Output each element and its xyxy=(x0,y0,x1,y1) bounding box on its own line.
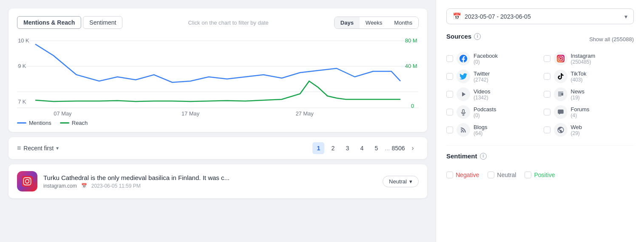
source-name-news: News xyxy=(571,88,585,95)
forums-icon-wrap xyxy=(554,105,567,119)
period-days[interactable]: Days xyxy=(335,17,360,28)
sentiment-checkbox-positive[interactable] xyxy=(525,172,531,178)
source-info-twitter: Twitter (2742) xyxy=(474,70,490,83)
videos-icon xyxy=(460,90,467,98)
twitter-icon-wrap xyxy=(457,70,470,83)
source-count-web: (29) xyxy=(571,130,582,136)
page-1[interactable]: 1 xyxy=(312,142,324,154)
source-item-news: News (19) xyxy=(544,87,634,101)
chart-header: Mentions & Reach Sentiment Click on the … xyxy=(17,16,419,29)
show-all-link[interactable]: Show all (255088) xyxy=(589,36,634,42)
tiktok-icon xyxy=(557,73,565,80)
source-info-blogs: Blogs (64) xyxy=(474,124,488,136)
source-count-instagram: (250485) xyxy=(571,59,596,65)
source-checkbox-blogs[interactable] xyxy=(446,127,453,133)
source-checkbox-videos[interactable] xyxy=(446,91,453,98)
sentiment-info-icon[interactable]: i xyxy=(480,153,487,160)
source-item-blogs: Blogs (64) xyxy=(446,123,537,137)
sentiment-checkbox-neutral[interactable] xyxy=(488,172,494,178)
twitter-icon xyxy=(460,73,467,80)
tab-group: Mentions & Reach Sentiment xyxy=(17,16,122,29)
legend-reach: Reach xyxy=(60,120,88,126)
chart-svg: 10 K 9 K 7 K 80 M 40 M 0 07 May 17 May 2… xyxy=(17,32,419,117)
source-name-instagram: Instagram xyxy=(571,53,596,59)
source-info-forums: Forums (4) xyxy=(571,106,590,118)
post-meta: instagram.com 📅 2023-06-05 11:59 PM xyxy=(43,183,377,189)
facebook-icon xyxy=(460,55,467,62)
source-checkbox-forums[interactable] xyxy=(544,109,550,115)
source-name-podcasts: Podcasts xyxy=(474,106,496,113)
podcasts-icon-wrap xyxy=(457,105,470,119)
tab-sentiment[interactable]: Sentiment xyxy=(83,16,122,29)
blogs-icon-wrap xyxy=(457,123,470,137)
sort-button[interactable]: ≡ Recent first ▾ xyxy=(17,144,59,152)
source-checkbox-twitter[interactable] xyxy=(446,73,453,80)
source-name-blogs: Blogs xyxy=(474,124,488,130)
web-icon-wrap xyxy=(554,123,567,137)
tab-mentions[interactable]: Mentions & Reach xyxy=(17,16,81,29)
period-group: Days Weeks Months xyxy=(334,17,419,29)
sentiment-title-text: Sentiment xyxy=(446,152,477,160)
source-name-videos: Videos xyxy=(474,88,491,95)
page-2[interactable]: 2 xyxy=(327,142,339,154)
source-item-forums: Forums (4) xyxy=(544,105,634,119)
date-picker[interactable]: 📅 2023-05-07 - 2023-06-05 ▾ xyxy=(446,8,634,24)
date-picker-chevron-icon: ▾ xyxy=(624,13,627,20)
period-weeks[interactable]: Weeks xyxy=(360,17,389,28)
period-months[interactable]: Months xyxy=(388,17,418,28)
sentiment-section: Sentiment i Negative Neutral Positive xyxy=(446,152,634,178)
source-name-web: Web xyxy=(571,124,582,130)
source-count-blogs: (64) xyxy=(474,130,488,136)
source-checkbox-podcasts[interactable] xyxy=(446,109,453,115)
tiktok-icon-wrap xyxy=(554,70,567,83)
instagram-icon xyxy=(557,55,565,62)
sentiment-row: Negative Neutral Positive xyxy=(446,172,634,178)
source-name-forums: Forums xyxy=(571,106,590,113)
svg-text:07 May: 07 May xyxy=(54,111,72,116)
sentiment-badge-label: Neutral xyxy=(389,178,407,185)
sentiment-label-neutral: Neutral xyxy=(497,172,516,178)
page-dots: ... xyxy=(385,145,390,152)
news-icon xyxy=(557,90,565,98)
mentions-line-indicator xyxy=(17,122,26,124)
calendar-picker-icon: 📅 xyxy=(453,12,461,20)
page-5[interactable]: 5 xyxy=(370,142,382,154)
svg-point-20 xyxy=(562,56,563,57)
source-count-twitter: (2742) xyxy=(474,77,490,83)
source-item-web: Web (29) xyxy=(544,123,634,137)
chart-hint: Click on the chart to filter by date xyxy=(122,20,334,26)
source-count-forums: (4) xyxy=(571,113,590,118)
post-date: 2023-06-05 11:59 PM xyxy=(91,183,141,189)
next-page-button[interactable]: › xyxy=(407,142,419,154)
legend-mentions-label: Mentions xyxy=(29,120,51,126)
source-checkbox-web[interactable] xyxy=(544,127,550,133)
source-count-facebook: (0) xyxy=(474,59,498,65)
sentiment-badge-button[interactable]: Neutral ▾ xyxy=(383,176,419,187)
source-checkbox-instagram[interactable] xyxy=(544,55,550,62)
source-checkbox-news[interactable] xyxy=(544,91,550,98)
instagram-icon-wrap xyxy=(554,52,567,65)
source-count-tiktok: (403) xyxy=(571,77,587,83)
chart-card: Mentions & Reach Sentiment Click on the … xyxy=(9,8,427,132)
sources-info-icon[interactable]: i xyxy=(474,33,481,40)
source-item-instagram: Instagram (250485) xyxy=(544,52,634,65)
sentiment-item-positive: Positive xyxy=(525,172,555,178)
chart-legend: Mentions Reach xyxy=(17,120,419,126)
post-title: Turku Cathedral is the only medieval bas… xyxy=(43,174,377,181)
page-last[interactable]: 8506 xyxy=(392,142,404,154)
source-checkbox-tiktok[interactable] xyxy=(544,73,550,80)
page-4[interactable]: 4 xyxy=(356,142,368,154)
legend-mentions: Mentions xyxy=(17,120,51,126)
sources-grid: Facebook (0) Instagram (250485) Twitter … xyxy=(446,52,634,137)
sentiment-label-negative: Negative xyxy=(456,172,479,178)
page-3[interactable]: 3 xyxy=(341,142,353,154)
sentiment-checkbox-negative[interactable] xyxy=(446,172,453,178)
chart-area[interactable]: 10 K 9 K 7 K 80 M 40 M 0 07 May 17 May 2… xyxy=(17,32,419,117)
left-panel: Mentions & Reach Sentiment Click on the … xyxy=(0,0,436,242)
svg-point-16 xyxy=(29,179,30,180)
svg-text:80 M: 80 M xyxy=(405,38,417,43)
source-info-web: Web (29) xyxy=(571,124,582,136)
source-name-tiktok: TikTok xyxy=(571,70,587,77)
chevron-down-icon: ▾ xyxy=(56,145,59,151)
source-checkbox-facebook[interactable] xyxy=(446,55,453,62)
